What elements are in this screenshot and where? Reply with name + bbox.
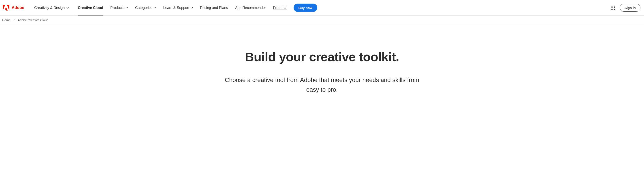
hero-subtitle: Choose a creative tool from Adobe that m… [221, 75, 423, 95]
svg-point-5 [614, 5, 615, 6]
svg-point-4 [612, 5, 613, 6]
svg-point-6 [611, 7, 612, 8]
hero-title: Build your creative toolkit. [9, 50, 635, 64]
breadcrumb: Home / Adobe Creative Cloud [0, 16, 644, 25]
svg-marker-0 [7, 5, 10, 11]
adobe-brand-text: Adobe [12, 5, 24, 10]
breadcrumb-home[interactable]: Home [2, 18, 10, 22]
nav-label: Products [110, 6, 124, 10]
buy-now-button[interactable]: Buy now [294, 4, 318, 12]
free-trial-label: Free trial [273, 6, 287, 10]
sign-in-button[interactable]: Sign in [620, 4, 640, 12]
adobe-logo-icon [3, 5, 10, 11]
nav-item-categories[interactable]: Categories [132, 0, 160, 16]
svg-point-8 [614, 7, 615, 8]
nav-label: Pricing and Plans [200, 6, 228, 10]
chevron-down-icon [126, 7, 128, 9]
nav-item-learn-support[interactable]: Learn & Support [160, 0, 196, 16]
svg-marker-1 [3, 5, 5, 11]
category-label: Creativity & Design [34, 6, 65, 10]
svg-point-10 [612, 9, 613, 10]
svg-point-9 [611, 9, 612, 10]
svg-point-3 [611, 5, 612, 6]
category-dropdown[interactable]: Creativity & Design [29, 0, 74, 16]
nav-right-section: Sign in [610, 4, 642, 12]
svg-point-11 [614, 9, 615, 10]
chevron-down-icon [154, 7, 156, 9]
svg-marker-2 [5, 7, 8, 11]
nav-item-pricing[interactable]: Pricing and Plans [196, 0, 232, 16]
hero-section: Build your creative toolkit. Choose a cr… [0, 25, 644, 108]
nav-item-app-recommender[interactable]: App Recommender [232, 0, 270, 16]
nav-item-creative-cloud[interactable]: Creative Cloud [74, 0, 107, 16]
apps-grid-icon[interactable] [610, 5, 615, 10]
nav-items-container: Creative Cloud Products Categories Learn… [74, 0, 610, 16]
breadcrumb-separator: / [14, 18, 14, 22]
nav-label: Learn & Support [163, 6, 189, 10]
nav-label: Creative Cloud [78, 6, 103, 10]
chevron-down-icon [191, 7, 193, 9]
top-navigation: Adobe Creativity & Design Creative Cloud… [0, 0, 644, 16]
nav-item-free-trial[interactable]: Free trial [270, 0, 291, 16]
svg-point-7 [612, 7, 613, 8]
breadcrumb-current[interactable]: Adobe Creative Cloud [18, 18, 48, 22]
nav-label: Categories [135, 6, 152, 10]
chevron-down-icon [66, 7, 69, 9]
nav-item-products[interactable]: Products [107, 0, 132, 16]
nav-label: App Recommender [235, 6, 266, 10]
adobe-logo-link[interactable]: Adobe [0, 0, 29, 16]
